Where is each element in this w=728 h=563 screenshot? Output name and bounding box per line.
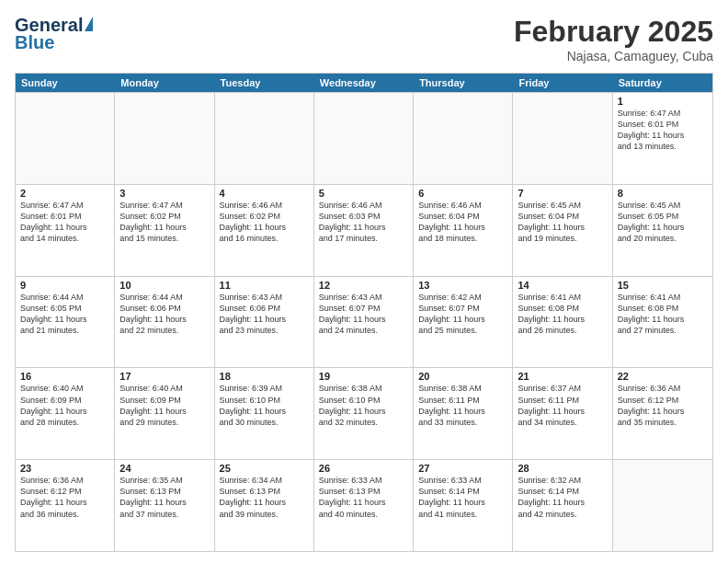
header-day-sunday: Sunday — [16, 74, 115, 92]
day-number: 8 — [618, 188, 708, 199]
cell-daylight-info: Sunrise: 6:38 AM Sunset: 6:11 PM Dayligh… — [418, 383, 507, 428]
day-number: 18 — [220, 371, 309, 382]
day-number: 9 — [20, 280, 109, 291]
location-subtitle: Najasa, Camaguey, Cuba — [514, 49, 713, 63]
cal-cell-26: 26Sunrise: 6:33 AM Sunset: 6:13 PM Dayli… — [314, 460, 414, 551]
cell-daylight-info: Sunrise: 6:41 AM Sunset: 6:08 PM Dayligh… — [618, 292, 708, 337]
header-day-tuesday: Tuesday — [215, 74, 314, 92]
cal-cell-9: 9Sunrise: 6:44 AM Sunset: 6:05 PM Daylig… — [16, 277, 115, 368]
day-number: 7 — [518, 188, 607, 199]
day-number: 12 — [319, 280, 408, 291]
day-number: 4 — [220, 188, 309, 199]
cal-cell-3: 3Sunrise: 6:47 AM Sunset: 6:02 PM Daylig… — [115, 185, 214, 276]
day-number: 17 — [119, 371, 209, 382]
cal-cell-23: 23Sunrise: 6:36 AM Sunset: 6:12 PM Dayli… — [16, 460, 115, 551]
cal-cell-1: 1Sunrise: 6:47 AM Sunset: 6:01 PM Daylig… — [613, 93, 712, 184]
cell-daylight-info: Sunrise: 6:47 AM Sunset: 6:02 PM Dayligh… — [119, 200, 209, 245]
cal-cell-17: 17Sunrise: 6:40 AM Sunset: 6:09 PM Dayli… — [115, 368, 214, 459]
cal-cell-8: 8Sunrise: 6:45 AM Sunset: 6:05 PM Daylig… — [613, 185, 712, 276]
cal-cell-empty-6 — [613, 460, 712, 551]
day-number: 5 — [319, 188, 408, 199]
cal-cell-empty-3 — [314, 93, 414, 184]
cell-daylight-info: Sunrise: 6:38 AM Sunset: 6:10 PM Dayligh… — [319, 383, 408, 428]
day-number: 1 — [618, 96, 708, 107]
cell-daylight-info: Sunrise: 6:36 AM Sunset: 6:12 PM Dayligh… — [618, 383, 708, 428]
cal-cell-13: 13Sunrise: 6:42 AM Sunset: 6:07 PM Dayli… — [414, 277, 513, 368]
logo-triangle-icon — [85, 17, 93, 31]
day-number: 2 — [20, 188, 109, 199]
week-row-1: 2Sunrise: 6:47 AM Sunset: 6:01 PM Daylig… — [16, 184, 712, 276]
cell-daylight-info: Sunrise: 6:47 AM Sunset: 6:01 PM Dayligh… — [20, 200, 109, 245]
cell-daylight-info: Sunrise: 6:33 AM Sunset: 6:13 PM Dayligh… — [319, 475, 408, 520]
cal-cell-24: 24Sunrise: 6:35 AM Sunset: 6:13 PM Dayli… — [115, 460, 214, 551]
page: General Blue February 2025 Najasa, Camag… — [0, 0, 728, 563]
day-number: 25 — [220, 463, 309, 474]
cell-daylight-info: Sunrise: 6:47 AM Sunset: 6:01 PM Dayligh… — [618, 108, 708, 153]
day-number: 24 — [119, 463, 209, 474]
header-day-friday: Friday — [513, 74, 612, 92]
cal-cell-15: 15Sunrise: 6:41 AM Sunset: 6:08 PM Dayli… — [613, 277, 712, 368]
cal-cell-16: 16Sunrise: 6:40 AM Sunset: 6:09 PM Dayli… — [16, 368, 115, 459]
cell-daylight-info: Sunrise: 6:34 AM Sunset: 6:13 PM Dayligh… — [220, 475, 309, 520]
header-day-monday: Monday — [115, 74, 214, 92]
day-number: 15 — [618, 280, 708, 291]
cell-daylight-info: Sunrise: 6:46 AM Sunset: 6:04 PM Dayligh… — [418, 200, 507, 245]
day-number: 10 — [119, 280, 209, 291]
week-row-2: 9Sunrise: 6:44 AM Sunset: 6:05 PM Daylig… — [16, 276, 712, 368]
calendar-header: SundayMondayTuesdayWednesdayThursdayFrid… — [16, 74, 712, 92]
cal-cell-empty-4 — [414, 93, 513, 184]
logo: General Blue — [15, 15, 93, 53]
cal-cell-19: 19Sunrise: 6:38 AM Sunset: 6:10 PM Dayli… — [314, 368, 414, 459]
day-number: 28 — [518, 463, 607, 474]
cal-cell-28: 28Sunrise: 6:32 AM Sunset: 6:14 PM Dayli… — [513, 460, 612, 551]
cal-cell-7: 7Sunrise: 6:45 AM Sunset: 6:04 PM Daylig… — [513, 185, 612, 276]
cell-daylight-info: Sunrise: 6:46 AM Sunset: 6:02 PM Dayligh… — [220, 200, 309, 245]
day-number: 13 — [418, 280, 507, 291]
cell-daylight-info: Sunrise: 6:46 AM Sunset: 6:03 PM Dayligh… — [319, 200, 408, 245]
day-number: 23 — [20, 463, 109, 474]
cal-cell-22: 22Sunrise: 6:36 AM Sunset: 6:12 PM Dayli… — [613, 368, 712, 459]
week-row-0: 1Sunrise: 6:47 AM Sunset: 6:01 PM Daylig… — [16, 92, 712, 184]
cal-cell-21: 21Sunrise: 6:37 AM Sunset: 6:11 PM Dayli… — [513, 368, 612, 459]
cal-cell-20: 20Sunrise: 6:38 AM Sunset: 6:11 PM Dayli… — [414, 368, 513, 459]
cell-daylight-info: Sunrise: 6:40 AM Sunset: 6:09 PM Dayligh… — [20, 383, 109, 428]
cal-cell-empty-2 — [215, 93, 314, 184]
cell-daylight-info: Sunrise: 6:35 AM Sunset: 6:13 PM Dayligh… — [119, 475, 209, 520]
cell-daylight-info: Sunrise: 6:36 AM Sunset: 6:12 PM Dayligh… — [20, 475, 109, 520]
calendar-body: 1Sunrise: 6:47 AM Sunset: 6:01 PM Daylig… — [16, 92, 712, 551]
week-row-4: 23Sunrise: 6:36 AM Sunset: 6:12 PM Dayli… — [16, 459, 712, 551]
cal-cell-empty-1 — [115, 93, 214, 184]
day-number: 26 — [319, 463, 408, 474]
cal-cell-14: 14Sunrise: 6:41 AM Sunset: 6:08 PM Dayli… — [513, 277, 612, 368]
day-number: 3 — [119, 188, 209, 199]
header: General Blue February 2025 Najasa, Camag… — [15, 15, 713, 63]
day-number: 27 — [418, 463, 507, 474]
header-day-wednesday: Wednesday — [314, 74, 414, 92]
cal-cell-empty-5 — [513, 93, 612, 184]
day-number: 16 — [20, 371, 109, 382]
day-number: 19 — [319, 371, 408, 382]
day-number: 14 — [518, 280, 607, 291]
header-day-thursday: Thursday — [414, 74, 513, 92]
cell-daylight-info: Sunrise: 6:33 AM Sunset: 6:14 PM Dayligh… — [418, 475, 507, 520]
cal-cell-27: 27Sunrise: 6:33 AM Sunset: 6:14 PM Dayli… — [414, 460, 513, 551]
cell-daylight-info: Sunrise: 6:45 AM Sunset: 6:05 PM Dayligh… — [618, 200, 708, 245]
cell-daylight-info: Sunrise: 6:39 AM Sunset: 6:10 PM Dayligh… — [220, 383, 309, 428]
cal-cell-6: 6Sunrise: 6:46 AM Sunset: 6:04 PM Daylig… — [414, 185, 513, 276]
month-title: February 2025 — [514, 15, 713, 49]
cell-daylight-info: Sunrise: 6:41 AM Sunset: 6:08 PM Dayligh… — [518, 292, 607, 337]
day-number: 21 — [518, 371, 607, 382]
cell-daylight-info: Sunrise: 6:45 AM Sunset: 6:04 PM Dayligh… — [518, 200, 607, 245]
title-area: February 2025 Najasa, Camaguey, Cuba — [514, 15, 713, 63]
week-row-3: 16Sunrise: 6:40 AM Sunset: 6:09 PM Dayli… — [16, 367, 712, 459]
day-number: 20 — [418, 371, 507, 382]
cal-cell-empty-0 — [16, 93, 115, 184]
cell-daylight-info: Sunrise: 6:44 AM Sunset: 6:06 PM Dayligh… — [119, 292, 209, 337]
logo-blue: Blue — [15, 32, 54, 53]
cal-cell-4: 4Sunrise: 6:46 AM Sunset: 6:02 PM Daylig… — [215, 185, 314, 276]
cal-cell-18: 18Sunrise: 6:39 AM Sunset: 6:10 PM Dayli… — [215, 368, 314, 459]
cal-cell-12: 12Sunrise: 6:43 AM Sunset: 6:07 PM Dayli… — [314, 277, 414, 368]
calendar: SundayMondayTuesdayWednesdayThursdayFrid… — [15, 73, 713, 552]
cal-cell-2: 2Sunrise: 6:47 AM Sunset: 6:01 PM Daylig… — [16, 185, 115, 276]
cell-daylight-info: Sunrise: 6:44 AM Sunset: 6:05 PM Dayligh… — [20, 292, 109, 337]
